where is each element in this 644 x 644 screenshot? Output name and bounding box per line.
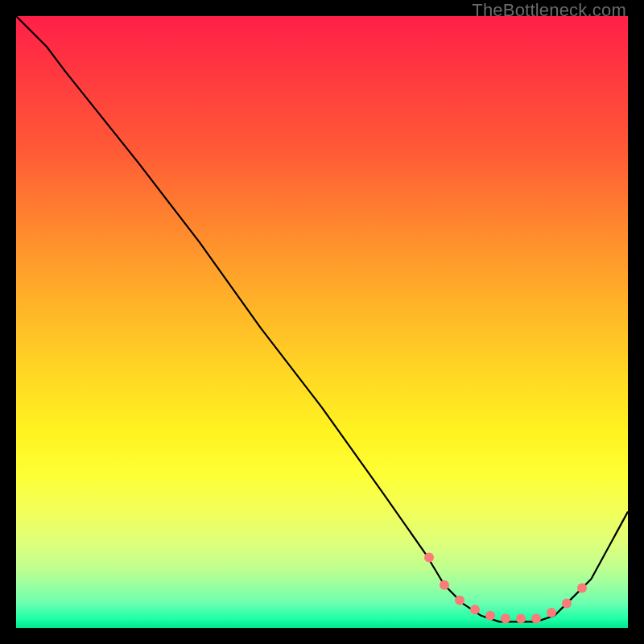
highlight-marker [516, 614, 526, 624]
highlight-marker [455, 596, 464, 605]
highlight-marker [424, 553, 434, 563]
bottleneck-curve [16, 16, 628, 621]
highlight-marker [531, 614, 541, 624]
plot-area [16, 16, 628, 628]
highlight-marker [547, 608, 556, 617]
highlight-marker [501, 614, 510, 624]
chart-frame: TheBottleneck.com [0, 0, 644, 644]
highlight-marker [470, 605, 480, 614]
highlight-marker [485, 611, 495, 621]
highlight-marker [562, 599, 572, 609]
highlight-marker [577, 584, 587, 593]
highlight-marker [440, 580, 449, 590]
watermark-text: TheBottleneck.com [472, 0, 626, 21]
curve-overlay [16, 16, 628, 628]
